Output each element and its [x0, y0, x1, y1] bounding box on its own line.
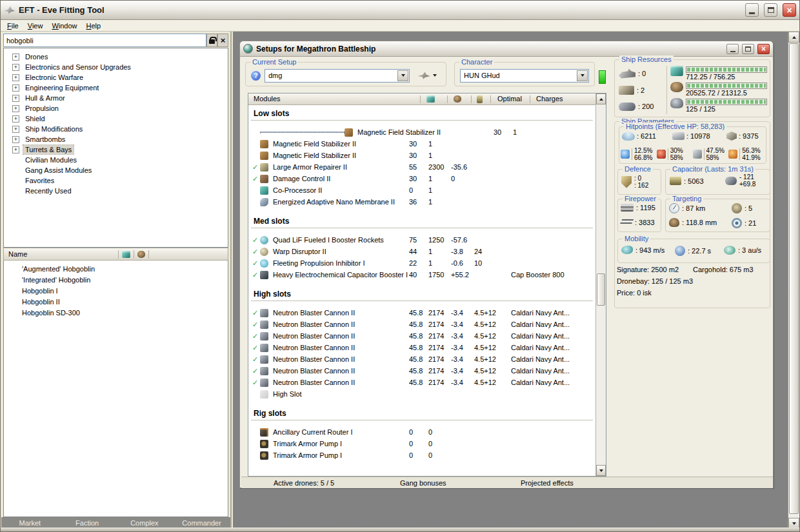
list-item[interactable]: Hobgoblin I: [4, 285, 228, 296]
expand-icon[interactable]: +: [12, 54, 19, 61]
capacitor-icon[interactable]: [477, 95, 483, 103]
expand-icon[interactable]: +: [12, 146, 19, 153]
powergrid-icon[interactable]: [454, 95, 461, 103]
dropdown-arrow-button[interactable]: [577, 70, 588, 81]
powergrid-icon[interactable]: [137, 251, 145, 258]
fitting-resources: 712.25 / 756.25 20525.72 / 21312.5 125 /…: [670, 66, 767, 114]
list-item[interactable]: 'Augmented' Hobgoblin: [4, 263, 228, 274]
scroll-up-button[interactable]: [596, 94, 606, 104]
cpu-icon[interactable]: [426, 95, 435, 103]
expand-icon[interactable]: +: [12, 95, 19, 102]
menu-item[interactable]: Help: [82, 21, 106, 30]
search-clear-button[interactable]: ×: [217, 34, 228, 47]
tree-item-label: Electronics and Sensor Upgrades: [23, 63, 133, 72]
character-select[interactable]: HUN GHud: [460, 69, 589, 83]
close-button[interactable]: ×: [783, 3, 796, 17]
tree-item[interactable]: + Electronic Warfare: [4, 72, 228, 83]
expand-icon[interactable]: +: [12, 126, 19, 133]
tree-item[interactable]: + Civilian Modules: [4, 155, 228, 165]
module-row[interactable]: ✓ Neutron Blaster Cannon II 45.8 2174 -3…: [248, 353, 595, 365]
workspace-scrollbar[interactable]: [788, 32, 799, 529]
module-row[interactable]: Magnetic Field Stabilizer II 30 1: [248, 126, 595, 138]
menu-item[interactable]: Window: [47, 21, 81, 30]
module-row[interactable]: ✓ Warp Disruptor II 44 1 -3.8 24: [248, 246, 595, 257]
modules-column-header[interactable]: Modules: [254, 94, 281, 104]
module-row[interactable]: ✓ Neutron Blaster Cannon II 45.8 2174 -3…: [248, 319, 595, 330]
module-row[interactable]: ✓ Neutron Blaster Cannon II 45.8 2174 -3…: [248, 365, 595, 377]
module-row[interactable]: Trimark Armor Pump I 0 0: [248, 438, 595, 449]
module-row[interactable]: Magnetic Field Stabilizer II 30 1: [248, 150, 595, 161]
module-row[interactable]: Co-Processor II 0 1: [248, 184, 595, 196]
module-row[interactable]: ✓ Neutron Blaster Cannon II 45.8 2174 -3…: [248, 342, 595, 353]
tree-item[interactable]: + Gang Assist Modules: [4, 165, 228, 175]
module-row[interactable]: ✓ Neutron Blaster Cannon II 45.8 2174 -3…: [248, 307, 595, 319]
scrollbar-thumb[interactable]: [789, 43, 799, 514]
module-row[interactable]: Energized Adaptive Nano Membrane II 36 1: [248, 196, 595, 208]
module-powergrid-value: 1: [428, 248, 451, 255]
tree-item[interactable]: + Electronics and Sensor Upgrades: [4, 62, 228, 72]
expand-icon[interactable]: +: [12, 74, 19, 81]
module-row[interactable]: ✓ Quad LiF Fueled I Booster Rockets 75 1…: [248, 234, 595, 246]
scrollbar-thumb[interactable]: [597, 273, 605, 306]
tree-item[interactable]: + Ship Modifications: [4, 124, 228, 134]
blaster-icon: [260, 355, 268, 364]
expand-icon[interactable]: +: [12, 115, 19, 123]
optimal-column-header[interactable]: Optimal: [497, 94, 522, 104]
expand-icon[interactable]: +: [12, 105, 19, 112]
setup-maximize-button[interactable]: [742, 44, 754, 54]
cpu-icon[interactable]: [122, 251, 130, 258]
help-icon[interactable]: ?: [251, 71, 261, 81]
scroll-down-button[interactable]: [596, 465, 606, 476]
list-item[interactable]: Hobgoblin SD-300: [4, 307, 228, 318]
module-row[interactable]: ✓ Neutron Blaster Cannon II 45.8 2174 -3…: [248, 377, 595, 388]
projected-effects-section[interactable]: Projected effects: [521, 479, 574, 487]
module-row[interactable]: Trimark Armor Pump I 0 0: [248, 449, 595, 461]
module-row[interactable]: ✓ Fleeting Propulsion Inhibitor I 22 1 -…: [248, 257, 595, 269]
tree-item[interactable]: + Hull & Armor: [4, 93, 228, 103]
expand-icon[interactable]: +: [12, 136, 19, 143]
setup-select[interactable]: dmg: [265, 69, 410, 83]
active-drones-section[interactable]: Active drones: 5 / 5: [274, 479, 334, 487]
setup-minimize-button[interactable]: [726, 44, 739, 54]
module-name: Neutron Blaster Cannon II: [270, 355, 409, 363]
gang-bonuses-section[interactable]: Gang bonuses: [400, 479, 446, 487]
menu-item[interactable]: View: [23, 21, 48, 30]
ship-menu-button[interactable]: [414, 68, 441, 83]
tree-item[interactable]: + Shield: [4, 113, 228, 124]
scroll-up-button[interactable]: [788, 32, 799, 43]
tree-item[interactable]: + Turrets & Bays: [4, 144, 228, 155]
charges-column-header[interactable]: Charges: [536, 94, 563, 104]
modules-scrollbar[interactable]: [595, 94, 606, 476]
tree-item[interactable]: + Propulsion: [4, 103, 228, 113]
minimize-button[interactable]: [745, 3, 759, 17]
blaster-icon: [260, 379, 268, 387]
expand-icon[interactable]: +: [12, 64, 19, 71]
tree-item[interactable]: + Smartbombs: [4, 134, 228, 144]
maximize-button[interactable]: [764, 3, 777, 17]
setup-close-button[interactable]: ×: [757, 44, 770, 54]
ship-icon: [418, 72, 430, 79]
module-row[interactable]: ✓ Neutron Blaster Cannon II 45.8 2174 -3…: [248, 330, 595, 342]
tree-item[interactable]: + Engineering Equipment: [4, 83, 228, 93]
module-row[interactable]: Magnetic Field Stabilizer II 30 1: [248, 138, 595, 150]
module-row[interactable]: Ancillary Current Router I 0 0: [248, 426, 595, 438]
module-row[interactable]: ✓ Large Armor Repairer II 55 2300 -35.6: [248, 161, 595, 173]
name-column-header[interactable]: Name: [4, 250, 115, 258]
module-row[interactable]: ✓ Heavy Electrochemical Capacitor Booste…: [248, 269, 595, 281]
search-lock-button[interactable]: [206, 34, 217, 47]
search-input[interactable]: [3, 34, 206, 47]
module-row[interactable]: ✓ Damage Control II 30 1 0: [248, 173, 595, 184]
rig-pump-icon: [260, 440, 268, 448]
setup-titlebar[interactable]: Setups for Megathron Battleship ×: [240, 41, 773, 57]
slot-section-header: Med slots: [251, 217, 593, 228]
expand-icon[interactable]: +: [12, 84, 19, 92]
tree-item[interactable]: + Recently Used: [4, 186, 228, 196]
tree-item[interactable]: + Favorites: [4, 175, 228, 186]
module-row[interactable]: High Slot: [248, 388, 595, 400]
list-item[interactable]: Hobgoblin II: [4, 296, 228, 307]
menu-item[interactable]: File: [3, 21, 23, 30]
tree-item[interactable]: + Drones: [4, 52, 228, 62]
module-charge-value: Caldari Navy Ant...: [511, 309, 595, 317]
dropdown-arrow-button[interactable]: [397, 70, 408, 81]
list-item[interactable]: 'Integrated' Hobgoblin: [4, 274, 228, 285]
